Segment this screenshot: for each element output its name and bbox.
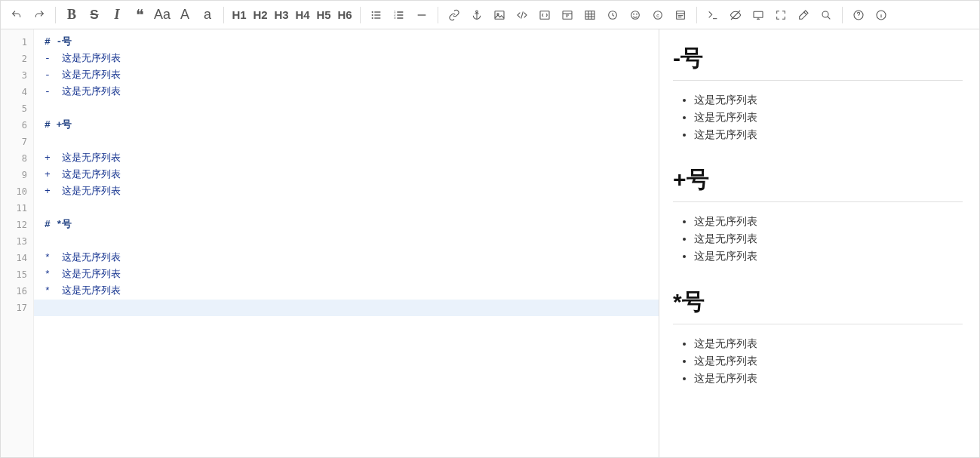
code-block-button[interactable]: [533, 4, 556, 26]
html-block-button[interactable]: [556, 4, 579, 26]
clear-button[interactable]: [792, 4, 815, 26]
entities-button[interactable]: c: [647, 4, 669, 26]
search-button[interactable]: [815, 4, 837, 26]
line-number: 8: [1, 150, 27, 167]
svg-point-2: [372, 17, 373, 18]
strike-button[interactable]: S: [83, 4, 106, 26]
anchor-button[interactable]: [465, 4, 488, 26]
unordered-list-button[interactable]: [365, 4, 388, 26]
code-line[interactable]: + 这是无序列表: [45, 150, 659, 167]
svg-text:3: 3: [394, 16, 396, 20]
code-line[interactable]: - 这是无序列表: [45, 51, 659, 67]
h2-button[interactable]: H2: [250, 8, 271, 21]
preview-list-item: 这是无序列表: [694, 109, 963, 126]
h1-button[interactable]: H1: [229, 8, 250, 21]
line-number: 11: [1, 200, 27, 217]
lowercase-button[interactable]: a: [196, 4, 219, 26]
preview-heading: *号: [673, 287, 963, 324]
h6-button[interactable]: H6: [334, 8, 355, 21]
code-editor[interactable]: # -号- 这是无序列表- 这是无序列表- 这是无序列表 # +号 + 这是无序…: [34, 29, 659, 457]
preview-list-item: 这是无序列表: [694, 370, 963, 387]
h3-button[interactable]: H3: [271, 8, 292, 21]
code-line[interactable]: - 这是无序列表: [45, 67, 659, 84]
ordered-list-button[interactable]: 123: [388, 4, 410, 26]
table-button[interactable]: [579, 4, 601, 26]
undo-button[interactable]: [5, 4, 28, 26]
code-line[interactable]: [45, 300, 659, 316]
line-number: 10: [1, 183, 27, 200]
line-number: 14: [1, 250, 27, 266]
code-line[interactable]: * 这是无序列表: [45, 266, 659, 283]
preview-list-item: 这是无序列表: [694, 230, 963, 247]
code-line[interactable]: [45, 200, 659, 217]
code-line[interactable]: * 这是无序列表: [45, 250, 659, 266]
bold-button[interactable]: B: [60, 4, 83, 26]
preview-list-item: 这是无序列表: [694, 247, 963, 265]
line-number: 5: [1, 100, 27, 117]
h5-button[interactable]: H5: [313, 8, 334, 21]
capitalize-button[interactable]: Aa: [151, 4, 174, 26]
preview-list: 这是无序列表这是无序列表这是无序列表: [673, 335, 963, 387]
preview-pane: -号这是无序列表这是无序列表这是无序列表+号这是无序列表这是无序列表这是无序列表…: [659, 29, 979, 457]
code-line[interactable]: * 这是无序列表: [45, 283, 659, 300]
code-line[interactable]: + 这是无序列表: [45, 183, 659, 200]
divider: [55, 7, 56, 23]
toolbar: B S I ❝ Aa A a H1 H2 H3 H4 H5 H6 123: [1, 1, 979, 29]
code-line[interactable]: # -号: [45, 34, 659, 51]
preview-heading: +号: [673, 164, 963, 202]
svg-point-1: [372, 14, 373, 15]
code-line[interactable]: [45, 100, 659, 117]
uppercase-button[interactable]: A: [174, 4, 196, 26]
svg-line-15: [521, 11, 524, 18]
line-number-gutter: 1234567891011121314151617: [1, 29, 34, 457]
page-break-button[interactable]: [669, 4, 692, 26]
link-button[interactable]: [443, 4, 465, 26]
line-number: 1: [1, 34, 27, 51]
line-number: 12: [1, 217, 27, 233]
line-number: 16: [1, 283, 27, 300]
divider: [438, 7, 438, 23]
preview-heading: -号: [673, 43, 963, 81]
svg-rect-32: [677, 11, 685, 19]
preview-list-item: 这是无序列表: [694, 91, 963, 109]
info-button[interactable]: [870, 4, 892, 26]
line-number: 4: [1, 84, 27, 100]
horizontal-rule-button[interactable]: [410, 4, 433, 26]
goto-line-button[interactable]: [702, 4, 724, 26]
svg-point-10: [476, 11, 478, 13]
preview-button[interactable]: [747, 4, 770, 26]
preview-list: 这是无序列表这是无序列表这是无序列表: [673, 213, 963, 265]
svg-rect-38: [754, 11, 763, 17]
code-line[interactable]: + 这是无序列表: [45, 167, 659, 183]
main-area: 1234567891011121314151617 # -号- 这是无序列表- …: [1, 29, 979, 457]
fullscreen-button[interactable]: [770, 4, 792, 26]
line-number: 2: [1, 51, 27, 67]
h4-button[interactable]: H4: [292, 8, 313, 21]
italic-button[interactable]: I: [106, 4, 128, 26]
preview-list: 这是无序列表这是无序列表这是无序列表: [673, 91, 963, 143]
preview-list-item: 这是无序列表: [694, 213, 963, 230]
code-line[interactable]: [45, 134, 659, 150]
code-line[interactable]: - 这是无序列表: [45, 84, 659, 100]
svg-point-0: [372, 11, 373, 12]
code-line[interactable]: # *号: [45, 217, 659, 233]
svg-rect-4: [374, 14, 380, 15]
svg-rect-5: [374, 17, 380, 18]
redo-button[interactable]: [28, 4, 51, 26]
quote-button[interactable]: ❝: [128, 4, 151, 26]
code-line[interactable]: [45, 233, 659, 250]
svg-line-43: [828, 17, 830, 19]
image-button[interactable]: [488, 4, 511, 26]
help-button[interactable]: [847, 4, 870, 26]
divider: [696, 7, 697, 23]
divider: [360, 7, 361, 23]
watch-button[interactable]: [724, 4, 747, 26]
datetime-button[interactable]: [601, 4, 624, 26]
svg-line-41: [804, 12, 806, 14]
svg-text:c: c: [656, 12, 659, 17]
code-button[interactable]: [511, 4, 533, 26]
line-number: 15: [1, 266, 27, 283]
svg-point-42: [822, 11, 828, 17]
code-line[interactable]: # +号: [45, 117, 659, 134]
emoji-button[interactable]: [624, 4, 647, 26]
